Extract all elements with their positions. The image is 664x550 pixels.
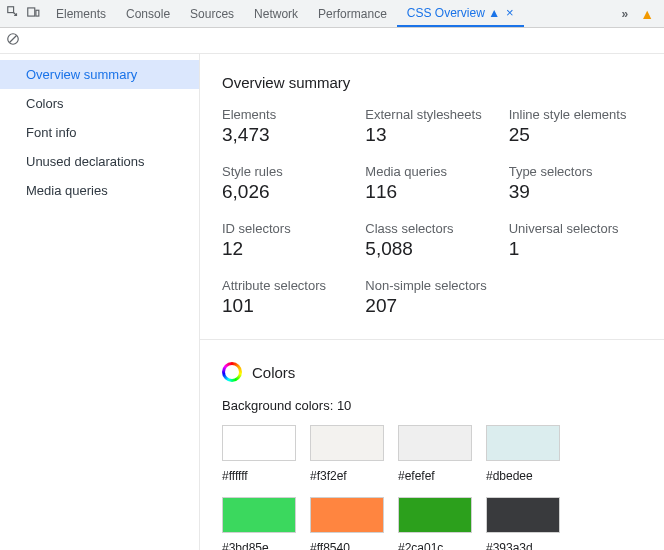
stat-value: 13 bbox=[365, 124, 498, 146]
tab-performance[interactable]: Performance bbox=[308, 0, 397, 27]
sidebar-item-colors[interactable]: Colors bbox=[0, 89, 199, 118]
sidebar-item-media-queries[interactable]: Media queries bbox=[0, 176, 199, 205]
color-swatch[interactable]: #ff8540 bbox=[310, 497, 384, 550]
color-swatch[interactable]: #dbedee bbox=[486, 425, 560, 483]
stat-label: Universal selectors bbox=[509, 221, 642, 236]
svg-rect-2 bbox=[36, 10, 39, 16]
swatch-box bbox=[486, 497, 560, 533]
stat-block: Inline style elements25 bbox=[509, 107, 642, 146]
swatch-label: #dbedee bbox=[486, 469, 560, 483]
section-title: Colors bbox=[252, 364, 295, 381]
colors-subheading: Background colors: 10 bbox=[222, 398, 642, 413]
stat-block: Universal selectors1 bbox=[509, 221, 642, 260]
devtools-tabbar: Elements Console Sources Network Perform… bbox=[0, 0, 664, 28]
more-tabs-button[interactable]: » bbox=[615, 7, 634, 21]
swatch-box bbox=[310, 425, 384, 461]
stat-block: Elements3,473 bbox=[222, 107, 355, 146]
stat-value: 101 bbox=[222, 295, 355, 317]
sidebar-item-unused-declarations[interactable]: Unused declarations bbox=[0, 147, 199, 176]
color-wheel-icon bbox=[222, 362, 242, 382]
swatch-label: #393a3d bbox=[486, 541, 560, 550]
stat-block: Non-simple selectors207 bbox=[365, 278, 498, 317]
stat-value: 5,088 bbox=[365, 238, 498, 260]
color-swatch[interactable]: #3bd85e bbox=[222, 497, 296, 550]
stat-block: ID selectors12 bbox=[222, 221, 355, 260]
stat-block: Class selectors5,088 bbox=[365, 221, 498, 260]
overview-summary-section: Overview summary Elements3,473External s… bbox=[200, 54, 664, 340]
color-swatch[interactable]: #f3f2ef bbox=[310, 425, 384, 483]
stat-value: 12 bbox=[222, 238, 355, 260]
swatch-label: #efefef bbox=[398, 469, 472, 483]
swatch-label: #f3f2ef bbox=[310, 469, 384, 483]
color-swatch[interactable]: #efefef bbox=[398, 425, 472, 483]
stat-label: Attribute selectors bbox=[222, 278, 355, 293]
stat-value: 1 bbox=[509, 238, 642, 260]
svg-rect-0 bbox=[8, 7, 14, 13]
sidebar: Overview summary Colors Font info Unused… bbox=[0, 54, 200, 550]
stat-block: Attribute selectors101 bbox=[222, 278, 355, 317]
tabbar-tools bbox=[4, 5, 46, 22]
swatch-box bbox=[310, 497, 384, 533]
swatch-box bbox=[486, 425, 560, 461]
panel-toolbar bbox=[0, 28, 664, 54]
tab-sources[interactable]: Sources bbox=[180, 0, 244, 27]
color-swatch[interactable]: #ffffff bbox=[222, 425, 296, 483]
swatch-box bbox=[222, 497, 296, 533]
swatch-label: #ff8540 bbox=[310, 541, 384, 550]
stat-label: Class selectors bbox=[365, 221, 498, 236]
stat-label: ID selectors bbox=[222, 221, 355, 236]
stat-block: External stylesheets13 bbox=[365, 107, 498, 146]
svg-rect-1 bbox=[28, 8, 35, 16]
stat-label: Type selectors bbox=[509, 164, 642, 179]
main-tabs: Elements Console Sources Network Perform… bbox=[46, 0, 615, 27]
close-icon[interactable]: × bbox=[506, 6, 514, 19]
color-swatch[interactable]: #2ca01c bbox=[398, 497, 472, 550]
swatch-box bbox=[398, 497, 472, 533]
device-toolbar-icon[interactable] bbox=[26, 5, 40, 22]
sidebar-item-overview-summary[interactable]: Overview summary bbox=[0, 60, 199, 89]
stat-label: Media queries bbox=[365, 164, 498, 179]
stat-value: 207 bbox=[365, 295, 498, 317]
stat-label: Elements bbox=[222, 107, 355, 122]
color-swatch[interactable]: #393a3d bbox=[486, 497, 560, 550]
swatch-box bbox=[222, 425, 296, 461]
swatch-label: #2ca01c bbox=[398, 541, 472, 550]
stat-value: 3,473 bbox=[222, 124, 355, 146]
main-content: Overview summary Elements3,473External s… bbox=[200, 54, 664, 550]
stat-block: Type selectors39 bbox=[509, 164, 642, 203]
tab-network[interactable]: Network bbox=[244, 0, 308, 27]
stat-label: External stylesheets bbox=[365, 107, 498, 122]
swatch-box bbox=[398, 425, 472, 461]
clear-icon[interactable] bbox=[6, 32, 20, 49]
tab-elements[interactable]: Elements bbox=[46, 0, 116, 27]
warning-icon[interactable]: ▲ bbox=[634, 6, 660, 22]
stat-block: Media queries116 bbox=[365, 164, 498, 203]
section-title: Overview summary bbox=[222, 74, 642, 91]
stat-value: 116 bbox=[365, 181, 498, 203]
stat-value: 39 bbox=[509, 181, 642, 203]
inspect-icon[interactable] bbox=[6, 5, 20, 22]
swatch-label: #3bd85e bbox=[222, 541, 296, 550]
tab-console[interactable]: Console bbox=[116, 0, 180, 27]
stat-value: 6,026 bbox=[222, 181, 355, 203]
stat-block: Style rules6,026 bbox=[222, 164, 355, 203]
svg-line-4 bbox=[10, 36, 17, 43]
stat-label: Style rules bbox=[222, 164, 355, 179]
colors-section: Colors Background colors: 10 #ffffff#f3f… bbox=[200, 340, 664, 550]
tab-css-overview[interactable]: CSS Overview ▲ × bbox=[397, 0, 524, 27]
sidebar-item-font-info[interactable]: Font info bbox=[0, 118, 199, 147]
swatch-label: #ffffff bbox=[222, 469, 296, 483]
stat-label: Non-simple selectors bbox=[365, 278, 498, 293]
stat-label: Inline style elements bbox=[509, 107, 642, 122]
stat-value: 25 bbox=[509, 124, 642, 146]
